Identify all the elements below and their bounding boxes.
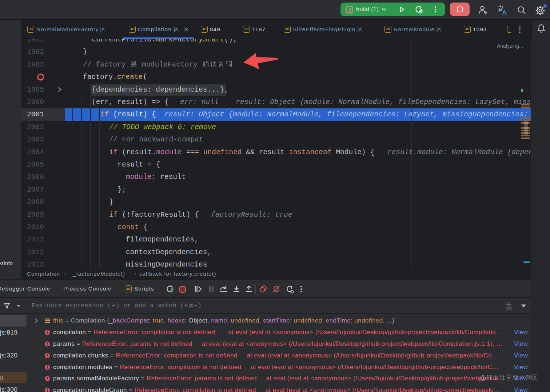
- svg-text:A: A: [502, 9, 507, 16]
